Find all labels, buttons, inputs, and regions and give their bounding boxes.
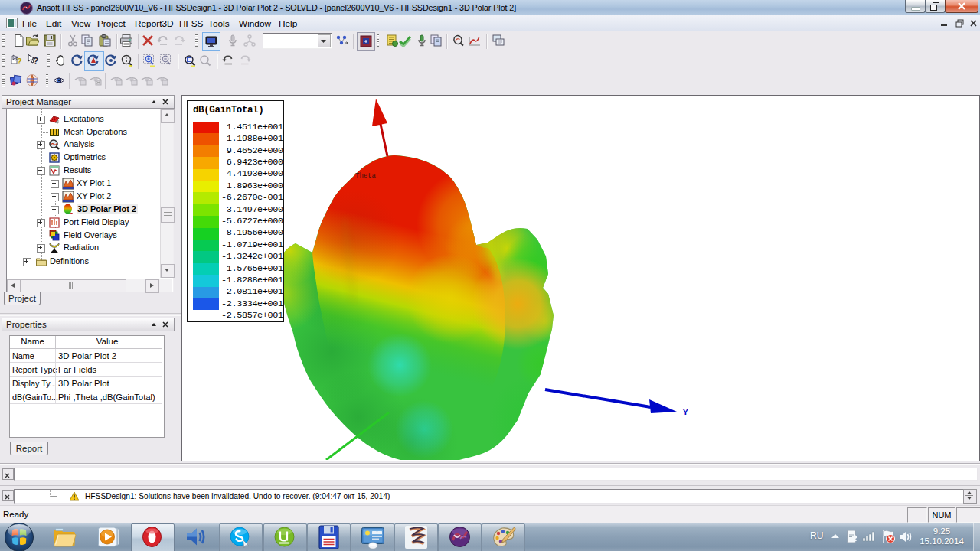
- svg-text:?: ?: [33, 56, 38, 67]
- svg-text:Theta: Theta: [355, 172, 377, 180]
- svg-text:Y: Y: [683, 408, 688, 417]
- svg-text:?: ?: [17, 57, 22, 66]
